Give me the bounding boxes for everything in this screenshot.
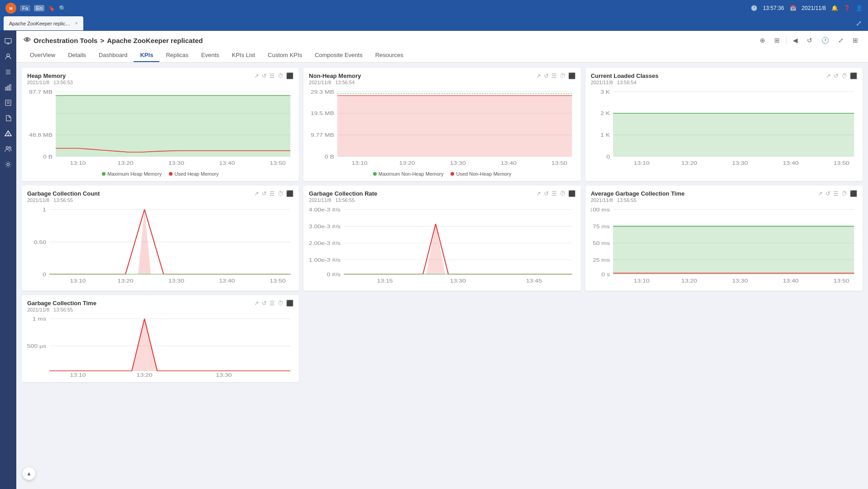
svg-text:0 B: 0 B [43,154,53,159]
svg-text:0 B: 0 B [325,154,334,159]
header-actions: ⊕ ⊞ ◀ ↺ 🕐 ⤢ ⊞ [757,35,861,45]
menu-gcrate-icon[interactable]: ☰ [551,190,557,197]
tab-custom-kpis[interactable]: Custom KPIs [261,49,308,62]
menu-chart-icon[interactable]: ☰ [269,72,275,79]
save-chart-icon[interactable]: ⬛ [286,72,293,79]
refresh-chart-icon[interactable]: ↺ [262,72,267,79]
grid-icon[interactable]: ⊞ [850,35,861,45]
save-gccount-icon[interactable]: ⬛ [286,190,293,197]
chart-nonheap-memory: Non-Heap Memory 2021/11/8 13:56:54 ↗ ↺ ☰… [303,68,580,181]
sidebar-icon-users[interactable] [1,50,15,63]
refresh-gctime-icon[interactable]: ↺ [262,300,267,307]
legend-max-nonheap: Maximum Non-Heap Memory [379,171,444,177]
browser-tab-active[interactable]: Apache ZooKeeper replicated (Orche.... × [4,16,83,30]
refresh-gcrate-icon[interactable]: ↺ [544,190,549,197]
tab-replicas[interactable]: Replicas [159,49,195,62]
charts-grid-row2: Garbage Collection Count 2021/11/8 13:56… [22,186,863,291]
svg-marker-41 [337,96,572,156]
expand-gcrate-icon[interactable]: ↗ [536,190,541,197]
bookmark-icon[interactable]: 🔖 [48,5,55,12]
expand-avggc-icon[interactable]: ↗ [818,190,823,197]
notification-icon[interactable]: 🔔 [831,5,838,11]
menu-nonheap-icon[interactable]: ☰ [551,72,557,79]
history-avggc-icon[interactable]: ⏱ [841,190,847,197]
sidebar-icon-docs[interactable] [1,111,15,125]
svg-text:100 ms: 100 ms [591,207,610,212]
expand-gctime-icon[interactable]: ↗ [254,300,259,307]
refresh-gccount-icon[interactable]: ↺ [262,190,267,197]
svg-text:29.3 MB: 29.3 MB [311,89,334,95]
history-nonheap-icon[interactable]: ⏱ [560,72,566,79]
svg-rect-11 [10,85,11,90]
expand-chart-icon[interactable]: ↗ [254,72,259,79]
svg-text:13:20: 13:20 [137,373,153,378]
svg-text:13:30: 13:30 [168,278,184,283]
window-maximize-icon[interactable]: ⤢ [853,19,864,28]
sidebar-icon-log[interactable] [1,96,15,110]
columns-icon[interactable]: ⊞ [772,35,782,45]
svg-text:13:45: 13:45 [526,278,542,283]
lang-en[interactable]: En [34,5,44,11]
sidebar-icon-chart[interactable] [1,81,15,94]
save-gcrate-icon[interactable]: ⬛ [568,190,575,197]
app-logo[interactable]: M [5,3,16,14]
tab-composite-events[interactable]: Composite Events [308,49,369,62]
refresh-classes-icon[interactable]: ↺ [834,72,839,79]
expand-gccount-icon[interactable]: ↗ [254,190,259,197]
back-icon[interactable]: ◀ [790,35,801,45]
history-gccount-icon[interactable]: ⏱ [278,190,283,197]
lang-fa[interactable]: Fa [20,5,30,11]
refresh-avggc-icon[interactable]: ↺ [825,190,830,197]
svg-text:9.77 MB: 9.77 MB [311,133,334,138]
svg-text:13:50: 13:50 [270,160,286,166]
save-classes-icon[interactable]: ⬛ [850,72,857,79]
chart-gc-rate: Garbage Collection Rate 2021/11/8 13:56:… [303,186,580,291]
refresh-icon[interactable]: ↺ [804,35,815,45]
gctime-chart-area: 1 ms 500 μs 13:10 13:20 13:30 [27,314,293,378]
sidebar-icon-monitor[interactable] [1,34,15,48]
save-gctime-icon[interactable]: ⬛ [286,300,293,307]
history-gctime-icon[interactable]: ⏱ [278,300,283,307]
tab-events[interactable]: Events [195,49,225,62]
history-chart-icon[interactable]: ⏱ [278,72,283,79]
clock2-icon[interactable]: 🕐 [819,35,832,45]
tab-overview[interactable]: OverView [24,49,62,62]
history-classes-icon[interactable]: ⏱ [841,72,847,79]
tab-dashboard[interactable]: Dashboard [92,49,134,62]
nav-tabs: OverView Details Dashboard KPIs Replicas… [24,49,861,62]
save-nonheap-icon[interactable]: ⬛ [568,72,575,79]
svg-text:1 ms: 1 ms [33,316,46,322]
svg-text:13:10: 13:10 [70,278,86,283]
refresh-nonheap-icon[interactable]: ↺ [544,72,549,79]
sidebar [0,31,16,489]
chart-avg-gc-time: Average Garbage Collection Time 2021/11/… [585,186,863,291]
svg-text:13:20: 13:20 [681,160,697,166]
menu-gccount-icon[interactable]: ☰ [269,190,275,197]
svg-text:0 #/s: 0 #/s [327,272,340,277]
expand-icon[interactable]: ⤢ [835,35,846,45]
sidebar-icon-alert[interactable] [1,127,15,140]
sidebar-icon-people[interactable] [1,142,15,156]
menu-avggc-icon[interactable]: ☰ [833,190,839,197]
svg-text:500 μs: 500 μs [27,344,46,349]
chart-avggc-subtitle: 2021/11/8 13:56:55 [591,197,685,203]
expand-classes-icon[interactable]: ↗ [826,72,831,79]
tab-kpis[interactable]: KPIs [134,49,159,62]
menu-gctime-icon[interactable]: ☰ [269,300,275,307]
page-header: 👁 Orchestration Tools > Apache ZooKeeper… [16,31,868,62]
help-icon[interactable]: ❓ [844,5,850,11]
expand-nonheap-icon[interactable]: ↗ [536,72,541,79]
tab-kpis-list[interactable]: KPIs List [225,49,261,62]
search-icon[interactable]: 🔍 [59,5,66,12]
user-icon[interactable]: 👤 [856,5,863,11]
save-avggc-icon[interactable]: ⬛ [850,190,857,197]
svg-rect-2 [5,38,11,43]
tab-resources[interactable]: Resources [369,49,410,62]
tab-details[interactable]: Details [62,49,92,62]
tab-close-icon[interactable]: × [75,21,78,26]
history-gcrate-icon[interactable]: ⏱ [560,190,566,197]
sidebar-icon-list[interactable] [1,65,15,79]
sidebar-icon-settings[interactable] [1,158,15,171]
back-to-top-button[interactable]: ▲ [23,467,35,480]
zoom-icon[interactable]: ⊕ [757,35,768,45]
